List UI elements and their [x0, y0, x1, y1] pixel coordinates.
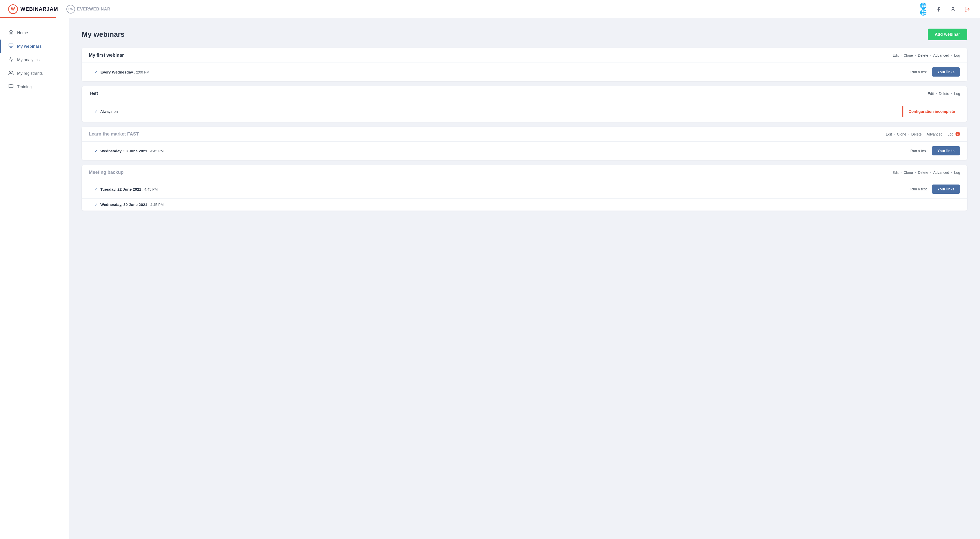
log-link-first[interactable]: Log	[954, 53, 960, 57]
registrants-icon	[8, 70, 14, 76]
facebook-icon	[936, 6, 942, 12]
everwebinar-logo[interactable]: EW EVERWEBINAR	[67, 5, 111, 14]
analytics-icon	[8, 57, 14, 63]
main-content: My webinars Add webinar My first webinar…	[69, 18, 980, 539]
schedule-text-test-0: Always on	[100, 109, 118, 114]
webinar-row-first-0: ✓ Every Wednesday , 2:00 PM Run a test Y…	[82, 63, 967, 81]
schedule-info-test-0: ✓ Always on	[94, 109, 118, 114]
edit-link-meeting[interactable]: Edit	[892, 170, 899, 174]
sidebar-item-my-analytics-label: My analytics	[17, 58, 40, 62]
schedule-time-learn-0: , 4:45 PM	[148, 149, 164, 153]
sidebar-item-my-webinars-label: My webinars	[17, 44, 41, 49]
sidebar-item-my-analytics[interactable]: My analytics	[0, 53, 69, 67]
wj-text: WEBINARJAM	[21, 6, 58, 12]
webinar-card-first: My first webinar Edit • Clone • Delete •…	[82, 48, 967, 81]
log-link-test[interactable]: Log	[954, 92, 960, 96]
config-incomplete-test: Configuration incomplete	[902, 106, 960, 117]
your-links-first-0[interactable]: Your links	[932, 67, 960, 76]
sidebar-item-training[interactable]: Training	[0, 80, 69, 94]
row-right-learn-0: Run a test Your links	[910, 146, 960, 155]
user-icon	[950, 6, 956, 12]
schedule-text-meeting-1: Wednesday, 30 June 2021 , 4:45 PM	[100, 202, 164, 207]
schedule-text-first-0: Every Wednesday , 2:00 PM	[100, 70, 150, 74]
header-logos: W WEBINARJAM EW EVERWEBINAR	[8, 4, 111, 14]
webinars-icon	[8, 43, 14, 49]
run-test-first-0[interactable]: Run a test	[910, 70, 927, 74]
header-actions: 🌐	[920, 5, 972, 14]
advanced-link-meeting[interactable]: Advanced	[933, 170, 949, 174]
webinar-header-meeting: Meeting backup Edit • Clone • Delete • A…	[82, 165, 967, 180]
webinar-header-test: Test Edit • Delete • Log	[82, 86, 967, 101]
webinar-card-meeting: Meeting backup Edit • Clone • Delete • A…	[82, 165, 967, 211]
schedule-info-learn-0: ✓ Wednesday, 30 June 2021 , 4:45 PM	[94, 149, 164, 154]
clone-link-meeting[interactable]: Clone	[904, 170, 913, 174]
check-icon-meeting-1: ✓	[94, 202, 98, 207]
log-link-meeting[interactable]: Log	[954, 170, 960, 174]
svg-rect-2	[9, 44, 13, 47]
webinar-row-test-0: ✓ Always on Configuration incomplete	[82, 101, 967, 122]
sidebar-item-my-webinars[interactable]: My webinars	[0, 40, 69, 53]
delete-link-meeting[interactable]: Delete	[918, 170, 928, 174]
advanced-link-first[interactable]: Advanced	[933, 53, 949, 57]
logout-icon	[964, 6, 970, 12]
webinar-title-meeting: Meeting backup	[89, 170, 124, 175]
run-test-meeting-0[interactable]: Run a test	[910, 187, 927, 191]
webinar-row-meeting-0: ✓ Tuesday, 22 June 2021 , 4:45 PM Run a …	[82, 180, 967, 198]
clone-link-first[interactable]: Clone	[904, 53, 913, 57]
check-icon-first-0: ✓	[94, 70, 98, 75]
webinar-actions-test: Edit • Delete • Log	[928, 92, 960, 96]
svg-point-0	[952, 7, 954, 9]
row-right-first-0: Run a test Your links	[910, 67, 960, 76]
webinar-title-first: My first webinar	[89, 52, 124, 58]
schedule-time-meeting-0: , 4:45 PM	[143, 187, 158, 192]
webinar-actions-learn: Edit • Clone • Delete • Advanced • Log 1	[886, 132, 960, 136]
delete-link-first[interactable]: Delete	[918, 53, 928, 57]
sidebar-item-training-label: Training	[17, 85, 32, 89]
globe-icon-button[interactable]: 🌐	[920, 5, 929, 14]
webinar-header-first: My first webinar Edit • Clone • Delete •…	[82, 48, 967, 63]
add-webinar-button[interactable]: Add webinar	[928, 29, 967, 40]
row-right-meeting-0: Run a test Your links	[910, 184, 960, 194]
wj-circle: W	[8, 4, 18, 14]
webinar-actions-meeting: Edit • Clone • Delete • Advanced • Log	[892, 170, 960, 174]
schedule-time-first-0: , 2:00 PM	[134, 70, 150, 74]
schedule-info-meeting-1: ✓ Wednesday, 30 June 2021 , 4:45 PM	[94, 202, 164, 207]
schedule-text-meeting-0: Tuesday, 22 June 2021 , 4:45 PM	[100, 187, 158, 192]
notification-badge-learn: 1	[956, 132, 960, 136]
user-icon-button[interactable]	[948, 5, 958, 14]
log-link-learn[interactable]: Log	[948, 132, 953, 136]
ew-circle: EW	[67, 5, 75, 14]
facebook-icon-button[interactable]	[934, 5, 943, 14]
clone-link-learn[interactable]: Clone	[897, 132, 907, 136]
edit-link-test[interactable]: Edit	[928, 92, 934, 96]
delete-link-learn[interactable]: Delete	[911, 132, 921, 136]
check-icon-test-0: ✓	[94, 109, 98, 114]
webinar-actions-first: Edit • Clone • Delete • Advanced • Log	[892, 53, 960, 57]
sidebar: Home My webinars My analytics My registr…	[0, 18, 69, 539]
webinar-title-test: Test	[89, 91, 98, 96]
check-icon-learn-0: ✓	[94, 149, 98, 154]
logout-button[interactable]	[963, 5, 972, 14]
run-test-learn-0[interactable]: Run a test	[910, 149, 927, 153]
webinarjam-logo[interactable]: W WEBINARJAM	[8, 4, 58, 14]
schedule-time-meeting-1: , 4:45 PM	[148, 203, 164, 207]
edit-link-learn[interactable]: Edit	[886, 132, 892, 136]
ew-text: EVERWEBINAR	[77, 7, 111, 11]
svg-point-5	[10, 71, 11, 73]
globe-icon: 🌐	[920, 3, 929, 16]
sidebar-item-my-registrants[interactable]: My registrants	[0, 67, 69, 80]
webinar-header-learn: Learn the market FAST Edit • Clone • Del…	[82, 127, 967, 142]
edit-link-first[interactable]: Edit	[892, 53, 899, 57]
webinar-card-learn: Learn the market FAST Edit • Clone • Del…	[82, 127, 967, 160]
page-header: My webinars Add webinar	[82, 29, 967, 40]
webinar-card-test: Test Edit • Delete • Log ✓ Always on Con…	[82, 86, 967, 122]
your-links-learn-0[interactable]: Your links	[932, 146, 960, 155]
delete-link-test[interactable]: Delete	[939, 92, 949, 96]
webinar-title-learn: Learn the market FAST	[89, 132, 139, 137]
sidebar-item-home[interactable]: Home	[0, 26, 69, 40]
webinar-row-meeting-1: ✓ Wednesday, 30 June 2021 , 4:45 PM	[82, 198, 967, 211]
schedule-info-first-0: ✓ Every Wednesday , 2:00 PM	[94, 70, 150, 75]
advanced-link-learn[interactable]: Advanced	[927, 132, 942, 136]
sidebar-item-home-label: Home	[17, 31, 28, 35]
your-links-meeting-0[interactable]: Your links	[932, 184, 960, 194]
